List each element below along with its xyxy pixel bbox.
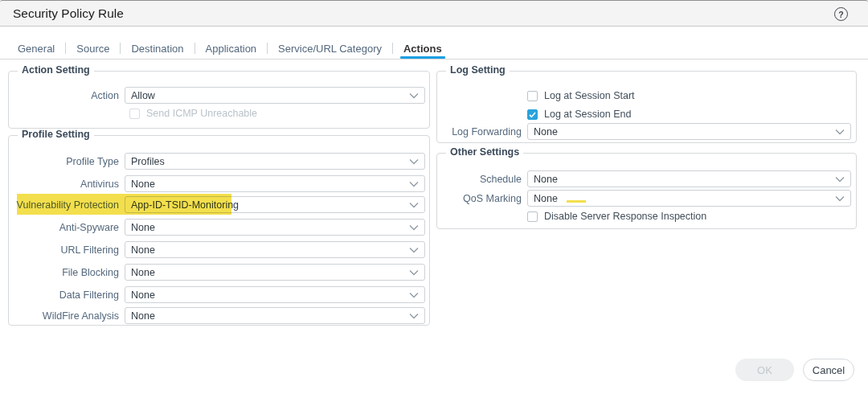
log-forwarding-label: Log Forwarding bbox=[442, 126, 527, 137]
antivirus-label: Antivirus bbox=[14, 179, 125, 190]
other-settings-fieldset: Other Settings Schedule None QoS Marking… bbox=[436, 153, 857, 229]
file-blocking-label: File Blocking bbox=[14, 267, 125, 278]
tab-divider bbox=[194, 43, 195, 54]
profile-type-select[interactable]: Profiles bbox=[125, 153, 425, 170]
send-icmp-unreachable-checkbox bbox=[129, 109, 140, 119]
log-setting-fieldset: Log Setting Log at Session Start Log at … bbox=[436, 71, 857, 143]
file-blocking-value: None bbox=[131, 267, 155, 278]
antivirus-row: Antivirus None bbox=[14, 175, 425, 192]
data-filtering-select[interactable]: None bbox=[125, 286, 425, 303]
log-at-session-end-label: Log at Session End bbox=[544, 109, 631, 120]
tab-divider bbox=[65, 43, 66, 54]
chevron-down-icon bbox=[409, 181, 419, 187]
profile-setting-legend: Profile Setting bbox=[18, 129, 94, 140]
log-at-session-end-row: Log at Session End bbox=[527, 109, 631, 120]
vulnerability-protection-label: Vulnerability Protection bbox=[14, 199, 125, 211]
chevron-down-icon bbox=[835, 176, 845, 183]
tab-divider bbox=[120, 43, 121, 54]
other-settings-legend: Other Settings bbox=[446, 146, 523, 158]
qos-marking-value: None bbox=[534, 193, 558, 204]
chevron-down-icon bbox=[835, 129, 845, 135]
log-forwarding-value: None bbox=[534, 126, 558, 137]
wildfire-analysis-select[interactable]: None bbox=[125, 307, 425, 324]
tab-bar: General Source Destination Application S… bbox=[0, 38, 868, 60]
schedule-row: Schedule None bbox=[442, 170, 851, 187]
chevron-down-icon bbox=[409, 158, 419, 165]
disable-server-response-inspection-checkbox[interactable] bbox=[527, 211, 538, 222]
log-setting-legend: Log Setting bbox=[446, 64, 510, 76]
cancel-button[interactable]: Cancel bbox=[803, 359, 854, 381]
dialog-title: Security Policy Rule bbox=[13, 1, 124, 27]
wildfire-analysis-label: WildFire Analysis bbox=[14, 310, 125, 322]
anti-spyware-label: Anti-Spyware bbox=[14, 222, 125, 233]
action-select[interactable]: Allow bbox=[125, 87, 425, 104]
action-row: Action Allow bbox=[14, 87, 425, 104]
security-policy-rule-dialog: Security Policy Rule ? General Source De… bbox=[0, 0, 868, 394]
wildfire-analysis-row: WildFire Analysis None bbox=[14, 307, 425, 324]
chevron-down-icon bbox=[409, 247, 419, 253]
chevron-down-icon bbox=[409, 313, 419, 319]
log-forwarding-row: Log Forwarding None bbox=[442, 123, 851, 140]
send-icmp-unreachable-row: Send ICMP Unreachable bbox=[129, 108, 257, 119]
ok-button[interactable]: OK bbox=[735, 359, 794, 381]
action-select-value: Allow bbox=[131, 90, 155, 101]
send-icmp-unreachable-label: Send ICMP Unreachable bbox=[146, 108, 257, 119]
tab-divider bbox=[267, 43, 268, 54]
log-at-session-start-checkbox[interactable] bbox=[527, 91, 538, 101]
profile-type-value: Profiles bbox=[131, 156, 165, 167]
url-filtering-row: URL Filtering None bbox=[14, 241, 425, 258]
wildfire-analysis-value: None bbox=[131, 310, 155, 322]
data-filtering-row: Data Filtering None bbox=[14, 286, 425, 303]
disable-server-response-inspection-row: Disable Server Response Inspection bbox=[527, 211, 706, 222]
profile-type-label: Profile Type bbox=[14, 156, 125, 167]
chevron-down-icon bbox=[409, 292, 419, 298]
anti-spyware-value: None bbox=[131, 222, 155, 233]
action-setting-legend: Action Setting bbox=[18, 64, 94, 76]
action-setting-fieldset: Action Setting Action Allow Send ICMP Un… bbox=[8, 71, 430, 129]
chevron-down-icon bbox=[409, 269, 419, 276]
tab-general[interactable]: General bbox=[16, 38, 56, 59]
profile-type-row: Profile Type Profiles bbox=[14, 153, 425, 170]
tab-destination[interactable]: Destination bbox=[129, 38, 185, 59]
schedule-label: Schedule bbox=[442, 174, 527, 185]
data-filtering-value: None bbox=[131, 289, 155, 301]
vulnerability-protection-select[interactable]: App-ID-TSID-Monitoring bbox=[125, 196, 425, 213]
schedule-value: None bbox=[534, 174, 558, 185]
highlight-mark-annotation bbox=[567, 200, 586, 203]
schedule-select[interactable]: None bbox=[527, 170, 851, 187]
chevron-down-icon bbox=[409, 202, 419, 208]
log-at-session-start-row: Log at Session Start bbox=[527, 90, 635, 101]
anti-spyware-row: Anti-Spyware None bbox=[14, 219, 425, 236]
tab-divider bbox=[392, 43, 393, 54]
log-at-session-start-label: Log at Session Start bbox=[544, 90, 635, 101]
qos-marking-label: QoS Marking bbox=[442, 193, 527, 204]
antivirus-value: None bbox=[131, 179, 155, 190]
url-filtering-value: None bbox=[131, 244, 155, 256]
disable-server-response-inspection-label: Disable Server Response Inspection bbox=[544, 211, 706, 222]
tab-actions[interactable]: Actions bbox=[402, 38, 444, 59]
qos-marking-select[interactable]: None bbox=[527, 190, 851, 207]
url-filtering-label: URL Filtering bbox=[14, 244, 125, 256]
vulnerability-protection-value: App-ID-TSID-Monitoring bbox=[131, 199, 239, 211]
log-at-session-end-checkbox[interactable] bbox=[527, 109, 538, 120]
anti-spyware-select[interactable]: None bbox=[125, 219, 425, 236]
dialog-titlebar: Security Policy Rule ? bbox=[0, 0, 868, 27]
url-filtering-select[interactable]: None bbox=[125, 241, 425, 258]
chevron-down-icon bbox=[835, 195, 845, 202]
tab-source[interactable]: Source bbox=[75, 38, 111, 59]
action-label: Action bbox=[14, 90, 125, 101]
tab-service-url-category[interactable]: Service/URL Category bbox=[276, 38, 383, 59]
log-forwarding-select[interactable]: None bbox=[527, 123, 851, 140]
chevron-down-icon bbox=[409, 224, 419, 231]
profile-setting-fieldset: Profile Setting Profile Type Profiles An… bbox=[8, 135, 430, 326]
data-filtering-label: Data Filtering bbox=[14, 289, 125, 301]
tab-application[interactable]: Application bbox=[204, 38, 259, 59]
antivirus-select[interactable]: None bbox=[125, 175, 425, 192]
help-icon[interactable]: ? bbox=[834, 7, 848, 21]
qos-marking-row: QoS Marking None bbox=[442, 190, 851, 207]
file-blocking-select[interactable]: None bbox=[125, 264, 425, 281]
chevron-down-icon bbox=[409, 92, 419, 99]
file-blocking-row: File Blocking None bbox=[14, 264, 425, 281]
vulnerability-protection-row: Vulnerability Protection App-ID-TSID-Mon… bbox=[14, 196, 425, 213]
